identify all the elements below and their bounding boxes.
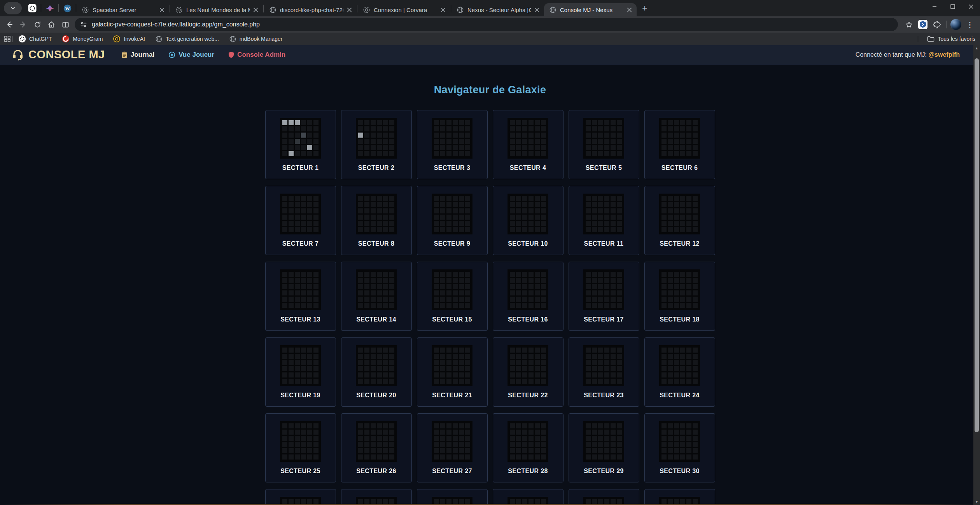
all-bookmarks-label[interactable]: Tous les favoris bbox=[938, 36, 975, 42]
mini-map-cell bbox=[510, 284, 515, 289]
browser-tab[interactable]: Connexion | Corvara bbox=[358, 3, 450, 16]
sector-card[interactable]: SECTEUR 36 bbox=[644, 489, 715, 505]
tab-close-icon[interactable] bbox=[158, 6, 165, 13]
tab-close-icon[interactable] bbox=[626, 6, 633, 13]
home-button[interactable] bbox=[44, 17, 58, 31]
sector-card[interactable]: SECTEUR 1 bbox=[265, 110, 336, 179]
sector-card[interactable]: SECTEUR 34 bbox=[493, 489, 564, 505]
pinned-tab-chatgpt[interactable] bbox=[24, 2, 40, 15]
forward-button[interactable] bbox=[16, 17, 30, 31]
pinned-tab-gemini[interactable] bbox=[42, 2, 58, 15]
sector-card[interactable]: SECTEUR 16 bbox=[493, 262, 564, 331]
sector-card[interactable]: SECTEUR 14 bbox=[341, 262, 412, 331]
sector-card[interactable]: SECTEUR 7 bbox=[265, 186, 336, 255]
sector-card[interactable]: SECTEUR 32 bbox=[341, 489, 412, 505]
page-scrollbar[interactable]: ▲ ▼ bbox=[973, 45, 980, 505]
minimize-button[interactable] bbox=[925, 0, 943, 13]
sector-card[interactable]: SECTEUR 27 bbox=[417, 413, 488, 482]
new-tab-button[interactable]: + bbox=[638, 2, 651, 15]
browser-menu-button[interactable]: ⋮ bbox=[963, 17, 977, 31]
mini-map-cell bbox=[377, 354, 382, 359]
mini-map-cell bbox=[301, 436, 306, 441]
sector-card[interactable]: SECTEUR 20 bbox=[341, 337, 412, 407]
close-window-button[interactable] bbox=[962, 0, 980, 13]
sector-card[interactable]: SECTEUR 33 bbox=[417, 489, 488, 505]
mini-map-cell bbox=[662, 145, 667, 150]
sector-card[interactable]: SECTEUR 25 bbox=[265, 413, 336, 482]
bookmark-item[interactable]: mdBook Manager bbox=[229, 35, 283, 43]
browser-tab[interactable]: Spacebar Server bbox=[77, 3, 169, 16]
browser-tab[interactable]: Nexus - Secteur Alpha [G1] bbox=[452, 3, 544, 16]
chatgpt-icon[interactable] bbox=[28, 4, 37, 12]
wordpress-icon[interactable]: W bbox=[63, 4, 72, 12]
sector-card[interactable]: SECTEUR 26 bbox=[341, 413, 412, 482]
mini-map-cell bbox=[598, 120, 603, 125]
scrollbar-up-arrow[interactable]: ▲ bbox=[973, 45, 980, 51]
sector-card[interactable]: SECTEUR 18 bbox=[644, 262, 715, 331]
mini-map-cell bbox=[358, 430, 363, 435]
sector-card[interactable]: SECTEUR 35 bbox=[569, 489, 639, 505]
mini-map-cell bbox=[674, 139, 679, 144]
sector-card[interactable]: SECTEUR 31 bbox=[265, 489, 336, 505]
nav-console-admin[interactable]: Console Admin bbox=[228, 51, 285, 59]
address-bar[interactable]: galactic-pve-conquest-c7fe.dev.flatlogic… bbox=[75, 18, 898, 31]
sector-card[interactable]: SECTEUR 10 bbox=[493, 186, 564, 255]
scrollbar-thumb[interactable] bbox=[975, 58, 979, 432]
maximize-button[interactable] bbox=[943, 0, 962, 13]
extension-badge-icon[interactable] bbox=[916, 17, 930, 31]
browser-tab[interactable]: discord-like-php-chat-7262.de bbox=[264, 3, 357, 16]
bookmark-item[interactable]: ChatGPT bbox=[18, 35, 52, 43]
sector-card[interactable]: SECTEUR 13 bbox=[265, 262, 336, 331]
sector-card[interactable]: SECTEUR 17 bbox=[569, 262, 639, 331]
globe-favicon-icon bbox=[549, 6, 556, 14]
sector-card[interactable]: SECTEUR 15 bbox=[417, 262, 488, 331]
bookmark-item[interactable]: InvokeAI bbox=[113, 35, 145, 43]
browser-tab[interactable]: Console MJ - Nexus bbox=[544, 3, 637, 16]
sector-card[interactable]: SECTEUR 12 bbox=[644, 186, 715, 255]
mini-map-cell bbox=[598, 145, 603, 150]
bookmark-star-icon[interactable] bbox=[902, 17, 916, 31]
gemini-icon[interactable] bbox=[46, 4, 54, 12]
bookmark-item[interactable]: Text generation web... bbox=[155, 35, 219, 43]
sector-mini-map bbox=[583, 118, 624, 159]
sector-card[interactable]: SECTEUR 8 bbox=[341, 186, 412, 255]
toolbar-divider bbox=[946, 21, 947, 28]
browser-tab[interactable]: Les Neuf Mondes de la Mytholo bbox=[170, 3, 263, 16]
side-panel-icon[interactable] bbox=[58, 17, 72, 31]
tab-close-icon[interactable] bbox=[533, 6, 540, 13]
sector-card[interactable]: SECTEUR 6 bbox=[644, 110, 715, 179]
sector-card[interactable]: SECTEUR 19 bbox=[265, 337, 336, 407]
sector-card[interactable]: SECTEUR 3 bbox=[417, 110, 488, 179]
mini-map-cell bbox=[510, 227, 515, 232]
mini-map-cell bbox=[434, 227, 439, 232]
tab-close-icon[interactable] bbox=[346, 6, 353, 13]
profile-avatar[interactable] bbox=[950, 19, 961, 30]
mini-map-cell bbox=[371, 126, 376, 131]
sector-card[interactable]: SECTEUR 28 bbox=[493, 413, 564, 482]
sector-card[interactable]: SECTEUR 2 bbox=[341, 110, 412, 179]
tab-close-icon[interactable] bbox=[439, 6, 446, 13]
app-logo[interactable]: CONSOLE MJ bbox=[12, 48, 105, 61]
pinned-tab-wordpress[interactable]: W bbox=[59, 2, 75, 15]
sector-card[interactable]: SECTEUR 11 bbox=[569, 186, 639, 255]
mini-map-cell bbox=[693, 354, 698, 359]
sector-card[interactable]: SECTEUR 29 bbox=[569, 413, 639, 482]
tab-search-button[interactable] bbox=[4, 2, 22, 14]
nav-journal[interactable]: Journal bbox=[121, 51, 154, 59]
sector-card[interactable]: SECTEUR 9 bbox=[417, 186, 488, 255]
site-info-icon[interactable] bbox=[80, 21, 87, 28]
apps-grid-icon[interactable] bbox=[4, 35, 11, 42]
sector-card[interactable]: SECTEUR 24 bbox=[644, 337, 715, 407]
bookmark-item[interactable]: MoneyGram bbox=[62, 35, 103, 43]
reload-button[interactable] bbox=[30, 17, 44, 31]
nav-player-view[interactable]: Vue Joueur bbox=[168, 51, 214, 59]
extensions-puzzle-icon[interactable] bbox=[930, 17, 944, 31]
sector-card[interactable]: SECTEUR 5 bbox=[569, 110, 639, 179]
sector-card[interactable]: SECTEUR 4 bbox=[493, 110, 564, 179]
tab-close-icon[interactable] bbox=[252, 6, 259, 13]
sector-card[interactable]: SECTEUR 30 bbox=[644, 413, 715, 482]
sector-card[interactable]: SECTEUR 21 bbox=[417, 337, 488, 407]
sector-card[interactable]: SECTEUR 22 bbox=[493, 337, 564, 407]
back-button[interactable] bbox=[2, 17, 16, 31]
sector-card[interactable]: SECTEUR 23 bbox=[569, 337, 639, 407]
